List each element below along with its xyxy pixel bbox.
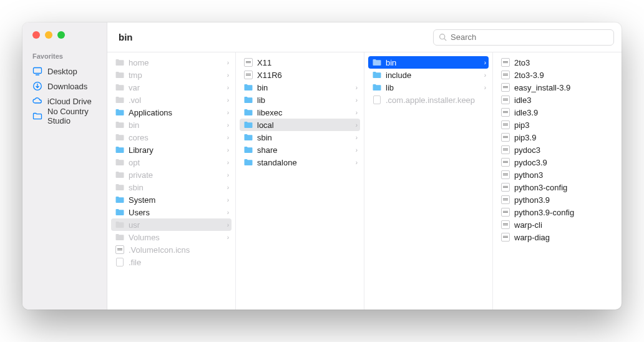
list-item[interactable]: 2to3 <box>493 56 622 69</box>
list-item[interactable]: idle3.9 <box>493 106 622 119</box>
list-item[interactable]: usr› <box>111 218 232 231</box>
list-item[interactable]: var› <box>107 81 235 94</box>
list-item[interactable]: local› <box>240 119 360 131</box>
chevron-right-icon: › <box>223 159 229 166</box>
list-item[interactable]: python3-config <box>493 181 622 193</box>
list-item[interactable]: sbin› <box>107 181 235 193</box>
list-item[interactable]: python3.9 <box>493 193 622 206</box>
exec-icon <box>243 70 253 80</box>
list-item[interactable]: .VolumeIcon.icns <box>107 243 235 256</box>
chevron-right-icon: › <box>480 59 486 66</box>
list-item[interactable]: warp-cli <box>493 218 622 231</box>
sidebar-item-desktop[interactable]: Desktop <box>22 64 107 79</box>
list-item[interactable]: lib› <box>364 81 492 94</box>
column-3[interactable]: 2to32to3-3.9easy_install-3.9idle3idle3.9… <box>493 52 622 310</box>
sidebar-item-no-country-studio[interactable]: No Country Studio <box>22 109 107 124</box>
column-1[interactable]: X11X11R6bin›lib›libexec›local›sbin›share… <box>236 52 364 310</box>
list-item[interactable]: opt› <box>107 156 235 169</box>
list-item[interactable]: easy_install-3.9 <box>493 81 622 94</box>
zoom-window-button[interactable] <box>57 31 65 39</box>
list-item[interactable]: python3 <box>493 169 622 181</box>
list-item[interactable]: X11R6 <box>236 69 364 81</box>
sidebar-item-downloads[interactable]: Downloads <box>22 79 107 94</box>
item-label: Applications <box>129 108 219 117</box>
list-item[interactable]: sbin› <box>236 131 364 144</box>
list-item[interactable]: pydoc3.9 <box>493 156 622 169</box>
exec-icon <box>500 95 510 105</box>
list-item[interactable]: X11 <box>236 56 364 69</box>
minimize-window-button[interactable] <box>45 31 52 39</box>
search-field[interactable] <box>433 29 614 46</box>
list-item[interactable]: include› <box>364 69 492 81</box>
exec-icon <box>500 107 510 117</box>
folder-icon <box>115 57 125 67</box>
file-icon <box>372 95 382 105</box>
folder-icon <box>372 57 382 67</box>
list-item[interactable]: bin› <box>107 119 235 131</box>
list-item[interactable]: Library› <box>107 144 235 156</box>
item-label: home <box>129 58 219 67</box>
chevron-right-icon: › <box>223 147 229 154</box>
folder-icon <box>115 95 125 105</box>
item-label: bin <box>129 120 219 130</box>
item-label: standalone <box>257 158 348 167</box>
executable-icon <box>501 83 510 92</box>
chevron-right-icon: › <box>223 109 229 116</box>
chevron-right-icon: › <box>223 209 229 216</box>
list-item[interactable]: python3.9-config <box>493 206 622 218</box>
exec-icon <box>500 232 510 242</box>
list-item[interactable]: warp-diag <box>493 231 622 243</box>
list-item[interactable]: cores› <box>107 131 235 144</box>
search-input[interactable] <box>451 32 608 42</box>
exec-icon <box>500 182 510 192</box>
chevron-right-icon: › <box>223 197 229 203</box>
item-label: local <box>257 120 348 130</box>
folder-icon <box>115 232 125 242</box>
list-item[interactable]: pip3.9 <box>493 131 622 144</box>
list-item[interactable]: .com.apple.installer.keep <box>364 94 492 106</box>
item-label: warp-diag <box>514 233 615 242</box>
list-item[interactable]: Users› <box>107 206 235 218</box>
list-item[interactable]: .vol› <box>107 94 235 106</box>
executable-icon <box>244 58 253 67</box>
list-item[interactable]: pydoc3 <box>493 144 622 156</box>
executable-icon <box>501 58 510 67</box>
folder-icon <box>115 132 125 142</box>
list-item[interactable]: pip3 <box>493 119 622 131</box>
chevron-right-icon: › <box>223 72 229 79</box>
executable-icon <box>501 145 510 154</box>
list-item[interactable]: libexec› <box>236 106 364 119</box>
exec-icon <box>500 120 510 130</box>
list-item[interactable]: Volumes› <box>107 231 235 243</box>
item-label: python3.9 <box>514 195 615 205</box>
item-label: .com.apple.installer.keep <box>386 95 486 105</box>
item-label: python3 <box>514 170 615 180</box>
list-item[interactable]: Applications› <box>107 106 235 119</box>
svg-point-3 <box>440 34 445 39</box>
item-label: sbin <box>257 133 348 142</box>
column-2[interactable]: bin›include›lib›.com.apple.installer.kee… <box>364 52 493 310</box>
list-item[interactable]: standalone› <box>236 156 364 169</box>
list-item[interactable]: idle3 <box>493 94 622 106</box>
list-item[interactable]: lib› <box>236 94 364 106</box>
list-item[interactable]: bin› <box>236 81 364 94</box>
chevron-right-icon: › <box>351 147 358 154</box>
chevron-right-icon: › <box>223 97 229 104</box>
folder-icon <box>115 145 125 155</box>
column-0[interactable]: home›tmp›var›.vol›Applications›bin›cores… <box>107 52 236 310</box>
close-window-button[interactable] <box>32 31 40 39</box>
list-item[interactable]: .file <box>107 256 235 268</box>
item-label: pip3 <box>514 120 615 130</box>
list-item[interactable]: private› <box>107 169 235 181</box>
item-label: System <box>129 195 219 205</box>
folder-icon <box>372 82 382 92</box>
executable-icon <box>501 195 510 204</box>
list-item[interactable]: share› <box>236 144 364 156</box>
list-item[interactable]: System› <box>107 193 235 206</box>
list-item[interactable]: tmp› <box>107 69 235 81</box>
search-icon <box>439 33 447 41</box>
list-item[interactable]: 2to3-3.9 <box>493 69 622 81</box>
item-label: .file <box>129 258 229 267</box>
list-item[interactable]: home› <box>107 56 235 69</box>
list-item[interactable]: bin› <box>368 56 489 69</box>
